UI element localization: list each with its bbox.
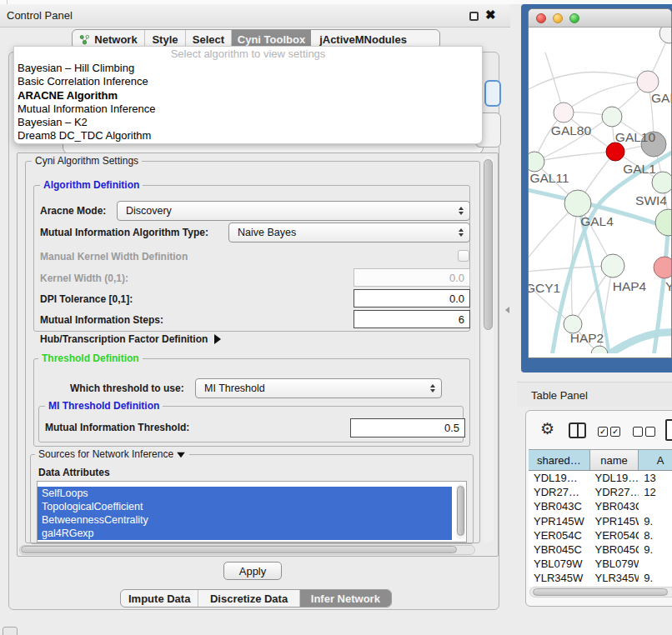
attribute-item-betweennesscentrality[interactable]: BetweennessCentrality (38, 513, 452, 527)
aracne-mode-label: Aracne Mode: (40, 205, 106, 217)
network-node-y[interactable] (654, 257, 671, 278)
network-node-gal4[interactable] (564, 190, 591, 217)
network-node-gal10[interactable] (602, 107, 622, 127)
table-cell: YDL19… (590, 471, 639, 485)
algorithm-option-basic-correlation-inference[interactable]: Basic Correlation Inference (14, 75, 482, 88)
tab-impute-data[interactable]: Impute Data (121, 590, 198, 607)
table-row[interactable]: YPR145WYPR145W9. (529, 514, 672, 528)
column-header-shared[interactable]: shared… (529, 450, 590, 470)
mi-threshold-field[interactable]: 0.5 (350, 418, 465, 438)
node-top-partial[interactable] (659, 28, 671, 43)
attribute-item-topologicalcoefficient[interactable]: TopologicalCoefficient (38, 500, 452, 513)
algorithm-option-bayesian-k2[interactable]: Bayesian – K2 (14, 116, 482, 129)
float-window-icon[interactable] (469, 12, 479, 21)
node-label-gal11: GAL11 (529, 171, 569, 185)
attribute-item-selfloops[interactable]: SelfLoops (38, 487, 452, 500)
table-cell: 8. (639, 528, 672, 542)
tab-label: Cyni Toolbox (238, 33, 305, 46)
node-label-hap2: HAP2 (570, 331, 604, 345)
control-panel-titlebar: Control Panel ✖ (0, 4, 510, 28)
algorithm-option-dream8-dc-tdc-algorithm[interactable]: Dream8 DC_TDC Algorithm (14, 129, 482, 142)
tab-discretize-data[interactable]: Discretize Data (198, 590, 299, 607)
apply-button[interactable]: Apply (223, 562, 282, 580)
table-cell: 12 (639, 485, 672, 499)
which-threshold-value: MI Threshold (204, 382, 265, 394)
kernel-width-value: 0.0 (449, 272, 464, 284)
table-cell: YDR27… (529, 485, 590, 499)
node-red[interactable] (606, 142, 624, 161)
which-threshold-label: Which threshold to use: (70, 382, 184, 394)
select-all-checkboxes-icon[interactable]: ✓✓ (598, 427, 620, 437)
table-header-row: shared…nameA (529, 449, 672, 471)
table-cell: YDL19… (529, 471, 590, 485)
attributes-vertical-scrollbar[interactable] (456, 484, 465, 539)
table-row[interactable]: YDL19…YDL19…13 (529, 471, 672, 485)
table-cell: 9. (639, 514, 672, 528)
split-columns-icon[interactable] (569, 422, 586, 438)
node-label-swi4: SWI4 (635, 193, 667, 208)
table-row[interactable]: YDR27…YDR27…12 (529, 485, 672, 499)
mi-steps-label: Mutual Information Steps: (40, 314, 163, 326)
spinner-arrows-icon (459, 228, 464, 237)
network-node-gal[interactable] (637, 71, 659, 92)
gear-icon[interactable]: ⚙ (540, 421, 554, 437)
mi-algorithm-type-select[interactable]: Naive Bayes (228, 222, 470, 242)
hub-definition-expander[interactable]: Hub/Transcription Factor Definition (40, 333, 221, 345)
minimized-panel-chip[interactable] (3, 627, 18, 635)
network-node-gal11[interactable] (529, 152, 544, 172)
attribute-item-gal4rgexp[interactable]: gal4RGexp (38, 527, 452, 540)
hub-definition-label: Hub/Transcription Factor Definition (40, 333, 208, 345)
close-icon[interactable]: ✖ (485, 8, 496, 22)
node-label-gal80: GAL80 (551, 123, 592, 138)
table-cell: 13 (639, 471, 672, 485)
table-row[interactable]: YBL079WYBL079W (529, 557, 672, 571)
which-threshold-select[interactable]: MI Threshold (195, 378, 442, 398)
table-cell: YPR145W (590, 514, 639, 528)
scrollbar-thumb[interactable] (533, 588, 668, 596)
table-cell: YPR145W (529, 514, 590, 528)
scrollbar-thumb[interactable] (457, 486, 464, 536)
network-node-swi4[interactable] (655, 209, 671, 236)
tab-infer-network[interactable]: Infer Network (300, 590, 391, 607)
network-node-hap4[interactable] (601, 254, 624, 278)
table-cell (639, 499, 672, 513)
deselect-all-checkboxes-icon[interactable] (633, 427, 655, 437)
algorithm-dropdown-popup: Select algorithm to view settings Bayesi… (13, 46, 483, 144)
new-table-icon[interactable] (665, 419, 672, 441)
network-window: GALGAL80GAL10GAL1GAL11SWI4GAL4HAP4YGCY1H… (528, 8, 672, 358)
close-traffic-light-icon[interactable] (536, 13, 546, 23)
node-label-y: Y (665, 279, 671, 293)
mi-threshold-value: 0.5 (444, 422, 459, 434)
node-bottom-partial[interactable] (591, 346, 608, 353)
sources-group-title[interactable]: Sources for Network Inference (35, 448, 189, 460)
data-attributes-list[interactable]: SelfLoopsTopologicalCoefficientBetweenne… (37, 481, 467, 542)
tab-label: Network (94, 33, 137, 46)
settings-vertical-scrollbar-thumb[interactable] (484, 159, 493, 330)
algorithm-option-bayesian-hill-climbing[interactable]: Bayesian – Hill Climbing (14, 62, 482, 75)
network-edge (534, 82, 648, 162)
mi-steps-field[interactable]: 6 (354, 310, 470, 328)
zoom-traffic-light-icon[interactable] (569, 13, 579, 23)
panel-collapse-arrow-icon[interactable] (505, 307, 509, 313)
aracne-mode-select[interactable]: Discovery (117, 201, 470, 221)
table-toolbar: ⚙ ✓✓ (526, 411, 672, 449)
network-canvas[interactable]: GALGAL80GAL10GAL1GAL11SWI4GAL4HAP4YGCY1H… (529, 28, 671, 353)
column-header-a[interactable]: A (639, 450, 672, 470)
minimize-traffic-light-icon[interactable] (553, 13, 563, 23)
manual-kernel-checkbox[interactable] (458, 250, 469, 262)
column-header-name[interactable]: name (590, 450, 639, 470)
table-row[interactable]: YER054CYER054C8. (529, 528, 672, 542)
network-window-titlebar (529, 9, 671, 28)
algorithm-option-aracne-algorithm[interactable]: ARACNE Algorithm (14, 89, 482, 102)
network-node-gal80[interactable] (554, 102, 574, 122)
table-row[interactable]: YBR043CYBR043C (529, 499, 672, 513)
spinner-arrows-icon (459, 207, 464, 215)
dpi-tolerance-field[interactable]: 0.0 (354, 289, 470, 308)
settings-horizontal-scrollbar-thumb[interactable] (21, 546, 457, 553)
table-horizontal-scrollbar[interactable] (529, 587, 672, 598)
table-rows: YDL19…YDL19…13YDR27…YDR27…12YBR043CYBR04… (529, 471, 672, 587)
table-row[interactable]: YBR045CYBR045C9. (529, 542, 672, 557)
settings-group-title: Cyni Algorithm Settings (32, 155, 142, 167)
table-row[interactable]: YLR345WYLR345W9. (529, 571, 672, 585)
algorithm-option-mutual-information-inference[interactable]: Mutual Information Inference (14, 102, 482, 116)
